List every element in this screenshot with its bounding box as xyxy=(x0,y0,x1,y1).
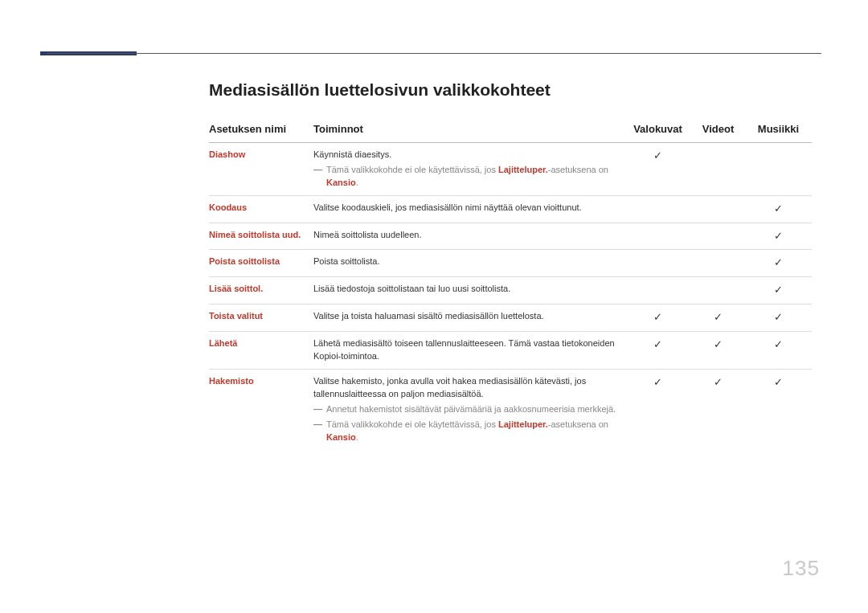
check-photos xyxy=(631,277,691,304)
table-row: Lähetä Lähetä mediasisältö toiseen talle… xyxy=(209,331,812,369)
table-row: Lisää soittol. Lisää tiedostoja soittoli… xyxy=(209,277,812,304)
note-text: Tämä valikkokohde ei ole käytettävissä, … xyxy=(326,165,498,174)
check-music: ✓ xyxy=(751,223,812,250)
check-videos xyxy=(691,250,751,277)
check-photos: ✓ xyxy=(631,369,691,449)
setting-desc: Poista soittolista. xyxy=(313,250,631,277)
note-keyword: Kansio xyxy=(326,432,356,442)
table-header-row: Asetuksen nimi Toiminnot Valokuvat Video… xyxy=(209,117,812,142)
table-row: Diashow Käynnistä diaesitys. Tämä valikk… xyxy=(209,142,812,195)
table-row: Nimeä soittolista uud. Nimeä soittolista… xyxy=(209,223,812,250)
note-keyword: Lajitteluper. xyxy=(498,419,548,429)
setting-name: Poista soittolista xyxy=(209,250,313,277)
page-number: 135 xyxy=(783,556,820,581)
check-videos xyxy=(691,223,751,250)
setting-desc-cell: Valitse hakemisto, jonka avulla voit hak… xyxy=(313,369,631,449)
setting-desc-cell: Käynnistä diaesitys. Tämä valikkokohde e… xyxy=(313,142,631,195)
check-music: ✓ xyxy=(751,250,812,277)
check-videos: ✓ xyxy=(691,304,751,332)
setting-note: Tämä valikkokohde ei ole käytettävissä, … xyxy=(313,164,624,190)
setting-name: Toista valitut xyxy=(209,304,313,332)
setting-note: Tämä valikkokohde ei ole käytettävissä, … xyxy=(313,419,624,444)
check-videos xyxy=(691,195,751,223)
header-videos: Videot xyxy=(691,117,751,142)
note-keyword: Lajitteluper. xyxy=(498,165,548,174)
setting-desc: Valitse hakemisto, jonka avulla voit hak… xyxy=(313,375,624,401)
check-music: ✓ xyxy=(751,331,812,369)
setting-note: Annetut hakemistot sisältävät päivämääri… xyxy=(313,403,624,416)
setting-desc: Lisää tiedostoja soittolistaan tai luo u… xyxy=(313,277,631,304)
table-row: Hakemisto Valitse hakemisto, jonka avull… xyxy=(209,369,812,449)
setting-desc: Käynnistä diaesitys. xyxy=(313,149,624,161)
check-music: ✓ xyxy=(751,195,812,223)
table-row: Koodaus Valitse koodauskieli, jos medias… xyxy=(209,195,812,223)
setting-desc: Valitse ja toista haluamasi sisältö medi… xyxy=(313,304,631,332)
table-row: Toista valitut Valitse ja toista haluama… xyxy=(209,304,812,332)
top-rule xyxy=(47,53,821,54)
note-text: -asetuksena on xyxy=(548,419,608,429)
note-keyword: Kansio xyxy=(326,178,356,187)
check-photos xyxy=(631,195,691,223)
setting-name: Nimeä soittolista uud. xyxy=(209,223,313,250)
check-videos: ✓ xyxy=(691,369,751,449)
header-music: Musiikki xyxy=(751,117,812,142)
setting-name: Hakemisto xyxy=(209,369,313,449)
note-text: . xyxy=(356,178,358,187)
note-text: -asetuksena on xyxy=(548,165,608,174)
check-videos xyxy=(691,142,751,195)
setting-desc: Valitse koodauskieli, jos mediasisällön … xyxy=(313,195,631,223)
setting-desc: Nimeä soittolista uudelleen. xyxy=(313,223,631,250)
check-photos: ✓ xyxy=(631,142,691,195)
header-photos: Valokuvat xyxy=(631,117,691,142)
check-photos xyxy=(631,223,691,250)
check-videos: ✓ xyxy=(691,331,751,369)
check-music: ✓ xyxy=(751,277,812,304)
setting-name: Diashow xyxy=(209,142,313,195)
header-func: Toiminnot xyxy=(313,117,631,142)
setting-name: Koodaus xyxy=(209,195,313,223)
settings-table: Asetuksen nimi Toiminnot Valokuvat Video… xyxy=(209,117,812,449)
check-music: ✓ xyxy=(751,369,812,449)
check-photos: ✓ xyxy=(631,331,691,369)
check-videos xyxy=(691,277,751,304)
setting-name: Lisää soittol. xyxy=(209,277,313,304)
check-photos xyxy=(631,250,691,277)
header-name: Asetuksen nimi xyxy=(209,117,313,142)
document-page: Mediasisällön luettelosivun valikkokohte… xyxy=(0,0,868,613)
check-photos: ✓ xyxy=(631,304,691,332)
setting-desc: Lähetä mediasisältö toiseen tallennuslai… xyxy=(313,331,631,369)
note-text: . xyxy=(356,432,358,442)
setting-name: Lähetä xyxy=(209,331,313,369)
table-row: Poista soittolista Poista soittolista. ✓ xyxy=(209,250,812,277)
check-music xyxy=(751,142,812,195)
note-text: Tämä valikkokohde ei ole käytettävissä, … xyxy=(326,419,498,429)
content-area: Mediasisällön luettelosivun valikkokohte… xyxy=(209,80,812,449)
check-music: ✓ xyxy=(751,304,812,332)
page-title: Mediasisällön luettelosivun valikkokohte… xyxy=(209,80,812,100)
